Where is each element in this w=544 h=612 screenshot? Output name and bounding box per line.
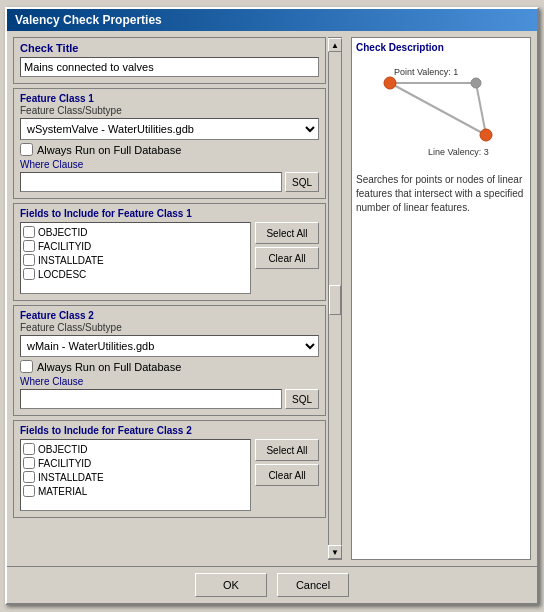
sql1-button[interactable]: SQL [285, 172, 319, 192]
feature-class2-sub-label: Feature Class/Subtype [20, 322, 319, 333]
where-clause2-input[interactable] [20, 389, 282, 409]
scroll-down-arrow[interactable]: ▼ [328, 545, 342, 559]
check-title-label: Check Title [20, 42, 319, 54]
scroll-thumb[interactable] [329, 285, 341, 315]
feature-class1-label: Feature Class 1 [20, 93, 319, 104]
list-item: LOCDESC [23, 267, 248, 281]
select-all1-button[interactable]: Select All [255, 222, 319, 244]
svg-line-1 [476, 83, 486, 135]
field1-facilityid-checkbox[interactable] [23, 240, 35, 252]
svg-point-5 [480, 129, 492, 141]
always-run2-label: Always Run on Full Database [37, 361, 181, 373]
list-item: OBJECTID [23, 442, 248, 456]
svg-point-4 [384, 77, 396, 89]
field1-installdate-label: INSTALLDATE [38, 255, 104, 266]
field2-installdate-checkbox[interactable] [23, 471, 35, 483]
fields2-content: OBJECTID FACILITYID INSTALLDATE [20, 439, 319, 511]
dialog-title: Valency Check Properties [15, 13, 162, 27]
field1-locdesc-label: LOCDESC [38, 269, 86, 280]
vertical-scrollbar[interactable]: ▲ ▼ [328, 37, 342, 560]
always-run1-label: Always Run on Full Database [37, 144, 181, 156]
where-clause1-input[interactable] [20, 172, 282, 192]
fields2-list[interactable]: OBJECTID FACILITYID INSTALLDATE [20, 439, 251, 511]
field2-objectid-checkbox[interactable] [23, 443, 35, 455]
left-scroll-area: Check Title Mains connected to valves Fe… [13, 37, 345, 560]
fields1-section: Fields to Include for Feature Class 1 OB… [13, 203, 326, 301]
diagram-area: Point Valency: 1 Line Valency: 3 [356, 57, 526, 167]
list-item: FACILITYID [23, 239, 248, 253]
field2-facilityid-checkbox[interactable] [23, 457, 35, 469]
ok-button[interactable]: OK [195, 573, 267, 597]
check-description-text: Searches for points or nodes of linear f… [356, 173, 526, 215]
clear-all2-button[interactable]: Clear All [255, 464, 319, 486]
fields2-section: Fields to Include for Feature Class 2 OB… [13, 420, 326, 518]
where-row1: SQL [20, 172, 319, 192]
select-all2-button[interactable]: Select All [255, 439, 319, 461]
always-run1-checkbox[interactable] [20, 143, 33, 156]
fields1-list[interactable]: OBJECTID FACILITYID INSTALLDATE [20, 222, 251, 294]
fields2-buttons: Select All Clear All [255, 439, 319, 486]
where-row2: SQL [20, 389, 319, 409]
where-clause2-label: Where Clause [20, 376, 319, 387]
field2-installdate-label: INSTALLDATE [38, 472, 104, 483]
feature-class1-sub-label: Feature Class/Subtype [20, 105, 319, 116]
dialog-footer: OK Cancel [7, 566, 537, 603]
dialog-body: Check Title Mains connected to valves Fe… [7, 31, 537, 566]
check-title-input[interactable]: Mains connected to valves [20, 57, 319, 77]
field2-material-checkbox[interactable] [23, 485, 35, 497]
field2-facilityid-label: FACILITYID [38, 458, 91, 469]
field1-objectid-checkbox[interactable] [23, 226, 35, 238]
feature-class2-group: Feature Class 2 Feature Class/Subtype wM… [13, 305, 326, 416]
field1-facilityid-label: FACILITYID [38, 241, 91, 252]
svg-text:Point Valency: 1: Point Valency: 1 [394, 67, 458, 77]
title-bar: Valency Check Properties [7, 9, 537, 31]
feature-class1-group: Feature Class 1 Feature Class/Subtype wS… [13, 88, 326, 199]
cancel-button[interactable]: Cancel [277, 573, 349, 597]
clear-all1-button[interactable]: Clear All [255, 247, 319, 269]
feature-class1-dropdown[interactable]: wSystemValve - WaterUtilities.gdb [20, 118, 319, 140]
feature-class2-dropdown[interactable]: wMain - WaterUtilities.gdb [20, 335, 319, 357]
list-item: INSTALLDATE [23, 253, 248, 267]
fields1-title: Fields to Include for Feature Class 1 [20, 208, 319, 219]
check-description-box: Check Description [351, 37, 531, 560]
left-panel: Check Title Mains connected to valves Fe… [13, 37, 328, 560]
sql2-button[interactable]: SQL [285, 389, 319, 409]
where-clause1-label: Where Clause [20, 159, 319, 170]
field1-objectid-label: OBJECTID [38, 227, 87, 238]
svg-point-3 [471, 78, 481, 88]
list-item: OBJECTID [23, 225, 248, 239]
check-title-group: Check Title Mains connected to valves [13, 37, 326, 84]
field2-material-label: MATERIAL [38, 486, 87, 497]
svg-line-2 [390, 83, 486, 135]
valency-check-dialog: Valency Check Properties Check Title Mai… [5, 7, 539, 605]
list-item: MATERIAL [23, 484, 248, 498]
field1-locdesc-checkbox[interactable] [23, 268, 35, 280]
list-item: INSTALLDATE [23, 470, 248, 484]
svg-text:Line Valency: 3: Line Valency: 3 [428, 147, 489, 157]
always-run2-checkbox[interactable] [20, 360, 33, 373]
right-panel: Check Description [351, 37, 531, 560]
check-description-title: Check Description [356, 42, 526, 53]
fields2-title: Fields to Include for Feature Class 2 [20, 425, 319, 436]
always-run1-row: Always Run on Full Database [20, 143, 319, 156]
scroll-up-arrow[interactable]: ▲ [328, 38, 342, 52]
field1-installdate-checkbox[interactable] [23, 254, 35, 266]
feature-class2-label: Feature Class 2 [20, 310, 319, 321]
field2-objectid-label: OBJECTID [38, 444, 87, 455]
valency-diagram: Point Valency: 1 Line Valency: 3 [356, 57, 516, 162]
list-item: FACILITYID [23, 456, 248, 470]
fields1-content: OBJECTID FACILITYID INSTALLDATE [20, 222, 319, 294]
fields1-buttons: Select All Clear All [255, 222, 319, 269]
always-run2-row: Always Run on Full Database [20, 360, 319, 373]
